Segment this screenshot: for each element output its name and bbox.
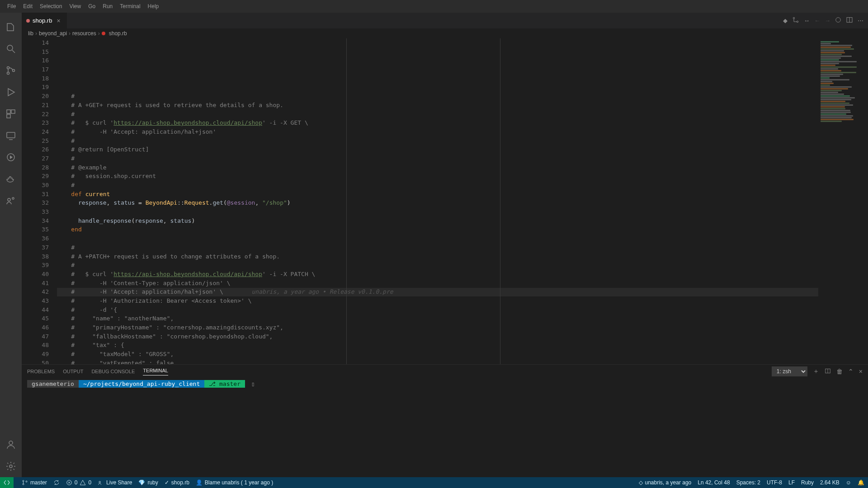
new-terminal-icon[interactable]: ＋ bbox=[813, 367, 819, 375]
status-spaces[interactable]: Spaces: 2 bbox=[736, 479, 760, 486]
svg-point-0 bbox=[7, 45, 13, 51]
minimap[interactable] bbox=[818, 38, 868, 364]
svg-point-13 bbox=[9, 441, 13, 445]
terminal[interactable]: gsanemeterio~/projects/beyond_api-ruby_c… bbox=[22, 378, 868, 477]
panel: PROBLEMS OUTPUT DEBUG CONSOLE TERMINAL 1… bbox=[22, 364, 868, 477]
status-eol[interactable]: LF bbox=[788, 479, 795, 486]
menu-view[interactable]: View bbox=[66, 3, 85, 9]
svg-line-1 bbox=[12, 50, 15, 53]
terminal-shell-select[interactable]: 1: zsh bbox=[772, 366, 807, 376]
extensions-icon[interactable] bbox=[0, 103, 22, 125]
status-feedback-icon[interactable]: ☺ bbox=[846, 479, 851, 486]
status-bell-icon[interactable]: 🔔 bbox=[858, 479, 864, 486]
status-encoding[interactable]: UTF-8 bbox=[767, 479, 782, 486]
prompt-user: gsanemeterio bbox=[27, 380, 79, 388]
menu-edit[interactable]: Edit bbox=[19, 3, 36, 9]
svg-rect-7 bbox=[7, 114, 10, 118]
debug-icon[interactable] bbox=[0, 81, 22, 103]
diff-icon[interactable]: ◆ bbox=[783, 17, 788, 24]
test-icon[interactable] bbox=[0, 146, 22, 168]
svg-point-3 bbox=[7, 72, 9, 75]
editor-actions: ◆ ↔ ← → ⋯ bbox=[778, 13, 868, 28]
close-panel-icon[interactable]: × bbox=[859, 368, 863, 375]
more-icon[interactable]: ⋯ bbox=[858, 17, 863, 24]
svg-point-24 bbox=[26, 481, 27, 482]
tab-bar: shop.rb × ◆ ↔ ← → ⋯ bbox=[22, 13, 868, 28]
svg-point-16 bbox=[797, 21, 798, 22]
activity-bar bbox=[0, 13, 22, 477]
files-icon[interactable] bbox=[0, 16, 22, 38]
menu-run[interactable]: Run bbox=[99, 3, 116, 9]
panel-tab-terminal[interactable]: TERMINAL bbox=[143, 368, 168, 375]
menu-selection[interactable]: Selection bbox=[36, 3, 66, 9]
breadcrumb[interactable]: lib› beyond_api› resources› shop.rb bbox=[22, 28, 868, 38]
docker-icon[interactable] bbox=[0, 168, 22, 190]
ruby-file-icon bbox=[26, 19, 30, 23]
svg-rect-6 bbox=[11, 110, 15, 113]
menu-bar: FileEditSelectionViewGoRunTerminalHelp bbox=[0, 0, 868, 13]
code-content[interactable]: # # A +GET+ request is used to retrieve … bbox=[57, 38, 818, 364]
status-blame-right[interactable]: ◇ unabris, a year ago bbox=[639, 479, 692, 486]
remote-icon[interactable] bbox=[0, 125, 22, 146]
menu-file[interactable]: File bbox=[4, 3, 19, 9]
status-sync[interactable] bbox=[53, 479, 60, 486]
git-compare-icon[interactable] bbox=[792, 16, 799, 25]
status-blame[interactable]: 👤 Blame unabris ( 1 year ago ) bbox=[196, 479, 273, 486]
svg-point-22 bbox=[23, 480, 24, 482]
prev-change-icon[interactable]: ← bbox=[814, 17, 820, 24]
status-size: 2.64 KB bbox=[820, 479, 840, 486]
run-icon[interactable] bbox=[835, 17, 841, 24]
prompt-path: ~/projects/beyond_api-ruby_client bbox=[79, 380, 204, 388]
live-share-icon[interactable] bbox=[0, 190, 22, 211]
status-file[interactable]: ✓ shop.rb bbox=[165, 479, 189, 486]
status-lncol[interactable]: Ln 42, Col 48 bbox=[698, 479, 730, 486]
svg-point-14 bbox=[9, 465, 12, 468]
svg-point-2 bbox=[7, 67, 9, 69]
next-change-icon[interactable]: → bbox=[825, 17, 830, 24]
status-branch[interactable]: master bbox=[22, 479, 47, 486]
status-problems[interactable]: 0 0 bbox=[66, 479, 91, 486]
menu-go[interactable]: Go bbox=[85, 3, 99, 9]
status-lang[interactable]: Ruby bbox=[801, 479, 814, 486]
status-ruby[interactable]: 💎 ruby bbox=[138, 479, 158, 486]
svg-rect-5 bbox=[7, 110, 10, 113]
svg-point-15 bbox=[793, 17, 794, 19]
svg-point-12 bbox=[12, 197, 14, 199]
status-bar: master 0 0 Live Share 💎 ruby ✓ shop.rb 👤… bbox=[0, 477, 868, 488]
panel-tab-problems[interactable]: PROBLEMS bbox=[27, 369, 55, 374]
code-editor[interactable]: 1415161718192021222324252627282930313233… bbox=[22, 38, 818, 364]
maximize-panel-icon[interactable]: ⌃ bbox=[848, 368, 854, 375]
ruby-file-icon bbox=[102, 32, 105, 35]
svg-point-11 bbox=[8, 198, 10, 201]
close-icon[interactable]: × bbox=[55, 17, 62, 24]
line-gutter: 1415161718192021222324252627282930313233… bbox=[22, 38, 57, 364]
panel-tab-debug[interactable]: DEBUG CONSOLE bbox=[91, 369, 135, 374]
settings-gear-icon[interactable] bbox=[0, 455, 22, 477]
account-icon[interactable] bbox=[0, 434, 22, 455]
search-icon[interactable] bbox=[0, 38, 22, 60]
svg-point-23 bbox=[23, 483, 24, 485]
panel-tab-output[interactable]: OUTPUT bbox=[63, 369, 83, 374]
svg-rect-8 bbox=[7, 132, 15, 138]
source-control-icon[interactable] bbox=[0, 60, 22, 81]
remote-indicator[interactable] bbox=[0, 477, 14, 488]
tab-shop-rb[interactable]: shop.rb × bbox=[22, 13, 67, 28]
nav-back-icon[interactable]: ↔ bbox=[804, 17, 810, 24]
status-liveshare[interactable]: Live Share bbox=[98, 479, 132, 486]
split-terminal-icon[interactable] bbox=[825, 368, 831, 375]
split-editor-icon[interactable] bbox=[846, 16, 853, 25]
prompt-branch: ⎇ master bbox=[204, 380, 245, 388]
svg-point-17 bbox=[836, 18, 841, 23]
tab-label: shop.rb bbox=[33, 17, 52, 24]
menu-terminal[interactable]: Terminal bbox=[116, 3, 144, 9]
kill-terminal-icon[interactable]: 🗑 bbox=[836, 368, 843, 375]
svg-point-28 bbox=[99, 481, 101, 483]
menu-help[interactable]: Help bbox=[144, 3, 163, 9]
